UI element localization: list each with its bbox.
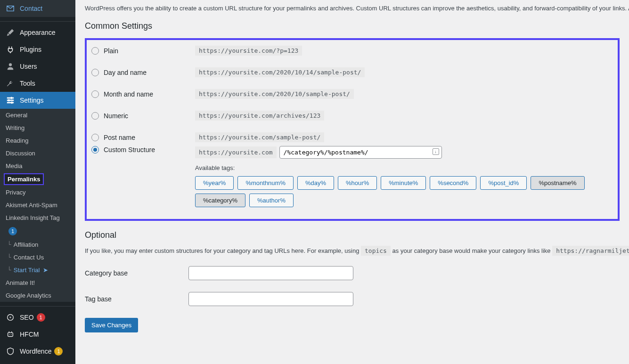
submenu-discussion[interactable]: Discussion [0, 147, 75, 160]
svg-point-11 [11, 334, 12, 335]
option-label: Month and name [104, 90, 153, 98]
sliders-icon [6, 96, 15, 105]
submenu-label: Animate It! [6, 279, 35, 286]
menu-item-contact[interactable]: Contact [0, 0, 75, 17]
submenu-label: Writing [6, 124, 25, 131]
tag-second[interactable]: %second% [430, 176, 476, 190]
submenu-reading[interactable]: Reading [0, 134, 75, 147]
tag-day[interactable]: %day% [297, 176, 334, 190]
option-label: Plain [104, 47, 118, 55]
available-tags-label: Available tags: [195, 164, 613, 171]
submenu-label: Contact Us [14, 254, 44, 261]
radio-month-and-name[interactable] [91, 90, 99, 98]
submenu-animate-it![interactable]: Animate It! [0, 276, 75, 289]
radio-day-and-name[interactable] [91, 69, 99, 76]
menu-label: Settings [20, 97, 44, 104]
submenu-label: Google Analytics [6, 292, 51, 299]
tag-postname[interactable]: %postname% [531, 176, 584, 190]
submenu-media[interactable]: Media [0, 160, 75, 172]
submenu-label: Linkedin Insight Tag [6, 214, 60, 221]
option-example: https://yoursite.com/archives/123 [195, 111, 324, 121]
menu-label: SEO [20, 314, 34, 321]
tag-category[interactable]: %category% [195, 194, 245, 207]
save-changes-button[interactable]: Save Changes [85, 318, 138, 332]
menu-item-wordfence[interactable]: Wordfence1 [0, 343, 75, 360]
menu-item-seo[interactable]: SEO1 [0, 309, 75, 326]
tag-base-row: Tag base [85, 292, 620, 306]
custom-structure-input[interactable] [279, 146, 442, 159]
radio-post-name[interactable] [91, 134, 99, 141]
tag-year[interactable]: %year% [195, 176, 234, 190]
common-settings-heading: Common Settings [85, 21, 620, 31]
submenu-writing[interactable]: Writing [0, 121, 75, 134]
svg-rect-1 [7, 97, 14, 99]
example-code-topics: topics [361, 246, 391, 256]
label-custom-structure: Custom Structure [104, 146, 155, 154]
menu-item-hfcm[interactable]: HFCM [0, 326, 75, 343]
option-label: Numeric [104, 112, 128, 120]
submenu-label: Media [6, 162, 22, 170]
svg-point-8 [9, 316, 11, 318]
custom-prefix: https://yoursite.com [195, 146, 277, 158]
option-example: https://yoursite.com/sample-post/ [195, 132, 324, 142]
tag-base-input[interactable] [188, 292, 353, 306]
option-plain: Plainhttps://yoursite.com/?p=123 [91, 47, 613, 55]
submenu-badge-row: 1 [0, 224, 75, 238]
input-badge-icon: ↓ [433, 148, 439, 155]
wrench-icon [6, 79, 15, 88]
menu-item-users[interactable]: Users [0, 58, 75, 75]
svg-point-10 [9, 334, 10, 335]
tag-base-label: Tag base [85, 295, 188, 303]
menu-item-settings[interactable]: Settings [0, 92, 75, 109]
tag-post_id[interactable]: %post_id% [480, 176, 527, 190]
option-example: https://yoursite.com/?p=123 [195, 46, 302, 56]
category-base-input[interactable] [188, 266, 353, 280]
radio-plain[interactable] [91, 47, 99, 55]
available-tags: %year%%monthnum%%day%%hour%%minute%%seco… [195, 176, 613, 207]
notification-badge: 1 [8, 227, 17, 235]
menu-label: Plugins [20, 46, 41, 53]
seo-icon [6, 313, 15, 322]
menu-item-appearance[interactable]: Appearance [0, 24, 75, 41]
menu-label: Users [20, 63, 37, 70]
tag-hour[interactable]: %hour% [338, 176, 377, 190]
radio-numeric[interactable] [91, 112, 99, 120]
option-example: https://yoursite.com/2020/10/14/sample-p… [195, 67, 365, 77]
shield-icon [6, 347, 15, 356]
svg-rect-5 [8, 99, 10, 102]
option-numeric: Numerichttps://yoursite.com/archives/123 [91, 112, 613, 120]
menu-label: Wordfence [20, 348, 51, 355]
menu-item-plugins[interactable]: Plugins [0, 41, 75, 58]
submenu-linkedin-insight-tag[interactable]: Linkedin Insight Tag [0, 211, 75, 224]
svg-rect-9 [8, 332, 13, 336]
radio-custom-structure[interactable] [91, 146, 99, 154]
submenu-label: Privacy [6, 189, 26, 196]
option-label: Post name [104, 134, 135, 141]
menu-item-tools[interactable]: Tools [0, 75, 75, 92]
envelope-icon [6, 4, 15, 13]
menu-label: Tools [20, 80, 35, 87]
submenu-contact-us[interactable]: └Contact Us [0, 251, 75, 264]
submenu-permalinks[interactable]: Permalinks [4, 173, 44, 185]
tag-author[interactable]: %author% [249, 194, 294, 207]
admin-sidebar: Contact AppearancePluginsUsersToolsSetti… [0, 0, 75, 364]
tag-monthnum[interactable]: %monthnum% [237, 176, 294, 190]
menu-item-wp-fastest-cache[interactable]: WP Fastest Cache [0, 360, 75, 364]
submenu-privacy[interactable]: Privacy [0, 186, 75, 199]
svg-rect-3 [7, 102, 14, 104]
arrow-icon: ➤ [41, 267, 48, 274]
submenu-start-trial[interactable]: └Start Trial ➤ [0, 264, 75, 276]
svg-rect-2 [7, 100, 14, 101]
permalink-settings-box: Plainhttps://yoursite.com/?p=123Day and … [85, 38, 620, 221]
submenu-akismet-anti-spam[interactable]: Akismet Anti-Spam [0, 199, 75, 211]
option-custom-structure: Custom Structure https://yoursite.com ↓ … [91, 146, 613, 207]
submenu-google-analytics[interactable]: Google Analytics [0, 289, 75, 302]
tag-minute[interactable]: %minute% [381, 176, 426, 190]
submenu-label: Start Trial [14, 267, 40, 274]
submenu-affiliation[interactable]: └Affiliation [0, 238, 75, 251]
category-base-label: Category base [85, 269, 188, 277]
svg-point-0 [9, 63, 12, 66]
notification-badge: 1 [37, 313, 45, 322]
plug-icon [6, 45, 15, 54]
submenu-general[interactable]: General [0, 109, 75, 121]
